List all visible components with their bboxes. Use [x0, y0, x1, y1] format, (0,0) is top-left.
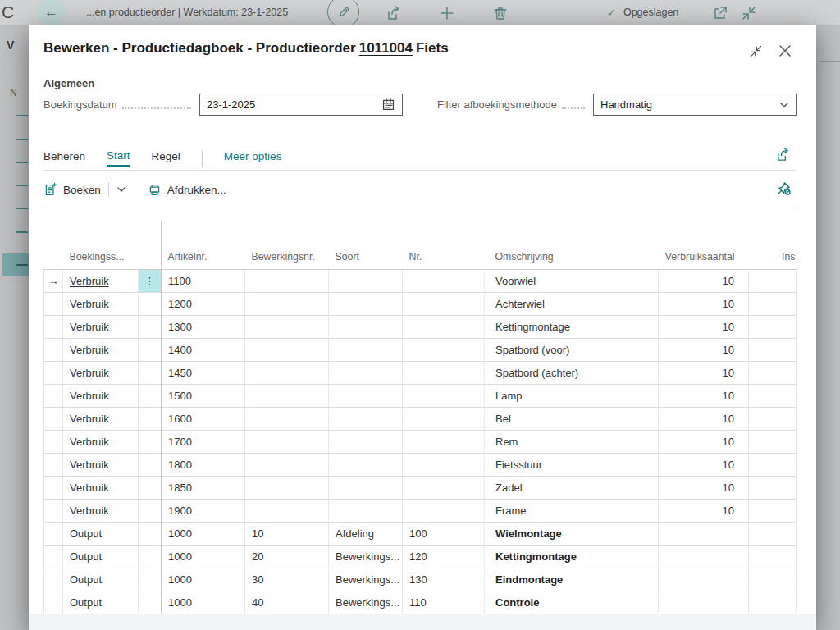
table-row[interactable]: Output 1000 10 Afdeling 100 Wielmontage: [44, 522, 797, 545]
cell-ins[interactable]: [749, 476, 797, 499]
cell-bewerkingsnr[interactable]: 20: [245, 545, 329, 568]
cell-ins[interactable]: [749, 292, 797, 315]
cell-bewerkingsnr[interactable]: [245, 453, 329, 476]
cell-soort[interactable]: [329, 338, 403, 361]
cell-omschrijving[interactable]: Kettingmontage: [485, 315, 659, 338]
cell-soort[interactable]: [329, 269, 403, 292]
cell-nr[interactable]: [403, 407, 485, 430]
cell-artikelnr[interactable]: 1000: [162, 545, 245, 568]
cell-omschrijving[interactable]: Zadel: [485, 476, 659, 499]
cell-omschrijving[interactable]: Wielmontage: [485, 522, 659, 545]
header-omschrijving[interactable]: Omschrijving: [485, 243, 659, 269]
cell-artikelnr[interactable]: 1700: [162, 430, 245, 453]
cell-bewerkingsnr[interactable]: [245, 499, 329, 522]
cell-nr[interactable]: [403, 292, 485, 315]
cell-ins[interactable]: [749, 499, 797, 522]
cell-ins[interactable]: [749, 430, 797, 453]
cell-ins[interactable]: [749, 545, 797, 568]
row-options-menu[interactable]: [139, 499, 162, 522]
cell-nr[interactable]: [403, 499, 485, 522]
cell-soort[interactable]: [329, 499, 403, 522]
cell-ins[interactable]: [749, 568, 797, 591]
posting-date-input[interactable]: [199, 94, 403, 116]
cell-bewerkingsnr[interactable]: [245, 315, 329, 338]
cell-verbruiksaantal[interactable]: 10: [659, 338, 749, 361]
cell-verbruiksaantal[interactable]: 10: [659, 499, 749, 522]
cell-soort[interactable]: [329, 384, 403, 407]
cell-nr[interactable]: [403, 453, 485, 476]
cell-nr[interactable]: [403, 361, 485, 384]
table-row[interactable]: Verbruik 1300 Kettingmontage 10: [44, 315, 797, 338]
cell-nr[interactable]: [403, 384, 485, 407]
cell-omschrijving[interactable]: Bel: [485, 407, 659, 430]
row-options-menu[interactable]: [139, 384, 162, 407]
cell-omschrijving[interactable]: Controle: [485, 591, 659, 614]
cell-bewerkingsnr[interactable]: [245, 476, 329, 499]
cell-artikelnr[interactable]: 1800: [162, 453, 245, 476]
cell-artikelnr[interactable]: 1900: [162, 499, 245, 522]
tab-beheren[interactable]: Beheren: [43, 150, 85, 166]
header-verbruiksaantal[interactable]: Verbruiksaantal: [659, 243, 749, 269]
table-row[interactable]: Output 1000 20 Bewerkings... 120 Ketting…: [44, 545, 797, 568]
calendar-icon[interactable]: [381, 98, 395, 112]
cell-omschrijving[interactable]: Spatbord (achter): [485, 361, 659, 384]
cell-verbruiksaantal[interactable]: 10: [659, 269, 749, 292]
cell-artikelnr[interactable]: 1850: [162, 476, 245, 499]
cell-boekingssoort[interactable]: Verbruik: [63, 315, 139, 338]
cell-bewerkingsnr[interactable]: 40: [245, 591, 329, 614]
cell-verbruiksaantal[interactable]: 10: [659, 384, 749, 407]
cell-omschrijving[interactable]: Eindmontage: [485, 568, 659, 591]
close-icon[interactable]: [777, 43, 793, 59]
table-row[interactable]: Verbruik 1400 Spatbord (voor) 10: [44, 338, 797, 361]
cell-nr[interactable]: [403, 430, 485, 453]
row-options-menu[interactable]: ⋮: [139, 269, 162, 292]
cell-verbruiksaantal[interactable]: [659, 568, 749, 591]
table-row[interactable]: Verbruik 1500 Lamp 10: [44, 384, 797, 407]
header-ins[interactable]: Ins: [749, 243, 797, 269]
cell-verbruiksaantal[interactable]: 10: [659, 292, 749, 315]
cell-soort[interactable]: [329, 315, 403, 338]
header-boekingssoort[interactable]: Boekingss...: [63, 243, 139, 269]
cell-ins[interactable]: [749, 338, 797, 361]
cell-artikelnr[interactable]: 1450: [162, 361, 245, 384]
cell-omschrijving[interactable]: Fietsstuur: [485, 453, 659, 476]
row-options-menu[interactable]: [139, 361, 162, 384]
cell-boekingssoort[interactable]: Verbruik: [63, 453, 139, 476]
cell-ins[interactable]: [749, 591, 797, 614]
cell-bewerkingsnr[interactable]: [245, 292, 329, 315]
cell-boekingssoort[interactable]: Verbruik: [63, 338, 139, 361]
cell-boekingssoort[interactable]: Output: [63, 522, 139, 545]
cell-soort[interactable]: [329, 361, 403, 384]
share-icon[interactable]: [775, 147, 791, 162]
cell-ins[interactable]: [749, 384, 797, 407]
pin-off-icon[interactable]: [776, 180, 792, 196]
cell-bewerkingsnr[interactable]: [245, 384, 329, 407]
cell-boekingssoort[interactable]: Verbruik: [63, 476, 139, 499]
cell-nr[interactable]: [403, 476, 485, 499]
row-options-menu[interactable]: [139, 315, 162, 338]
table-row[interactable]: Output 1000 30 Bewerkings... 130 Eindmon…: [44, 568, 797, 591]
flush-filter-dropdown[interactable]: Handmatig: [593, 94, 797, 116]
cell-verbruiksaantal[interactable]: [659, 522, 749, 545]
print-button[interactable]: Afdrukken...: [148, 183, 226, 197]
cell-soort[interactable]: [329, 292, 403, 315]
cell-bewerkingsnr[interactable]: [245, 338, 329, 361]
chevron-down-icon[interactable]: [116, 185, 126, 194]
cell-verbruiksaantal[interactable]: 10: [659, 407, 749, 430]
cell-nr[interactable]: [403, 269, 485, 292]
table-row[interactable]: → Verbruik ⋮ 1100 Voorwiel 10: [44, 269, 797, 292]
cell-boekingssoort[interactable]: Verbruik: [63, 499, 139, 522]
cell-omschrijving[interactable]: Rem: [485, 430, 659, 453]
cell-omschrijving[interactable]: Achterwiel: [485, 292, 659, 315]
cell-artikelnr[interactable]: 1000: [162, 591, 245, 614]
table-row[interactable]: Output 1000 40 Bewerkings... 110 Control…: [44, 591, 797, 614]
cell-nr[interactable]: 110: [403, 591, 485, 614]
table-row[interactable]: Verbruik 1450 Spatbord (achter) 10: [44, 361, 797, 384]
cell-soort[interactable]: [329, 453, 403, 476]
row-options-menu[interactable]: [139, 545, 162, 568]
cell-verbruiksaantal[interactable]: [659, 545, 749, 568]
cell-bewerkingsnr[interactable]: 30: [245, 568, 329, 591]
cell-soort[interactable]: [329, 407, 403, 430]
header-bewerkingsnr[interactable]: Bewerkingsnr.: [245, 243, 329, 269]
table-row[interactable]: Verbruik 1600 Bel 10: [44, 407, 797, 430]
